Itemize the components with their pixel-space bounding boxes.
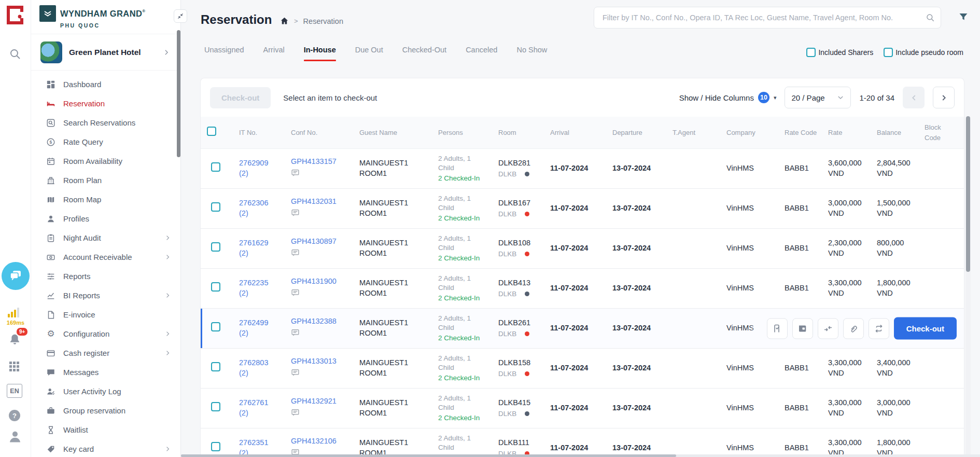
sidebar-item-e-invoice[interactable]: E-invoice <box>31 305 180 324</box>
exchange-icon[interactable] <box>869 318 889 339</box>
search-field-icon[interactable] <box>926 13 935 22</box>
it-no-count-link[interactable]: (2) <box>239 169 285 179</box>
sidebar-item-cash-register[interactable]: Cash register <box>31 343 180 363</box>
note-icon[interactable] <box>291 368 300 377</box>
apps-grid-icon[interactable] <box>9 362 19 371</box>
filter-funnel-icon[interactable] <box>958 12 969 22</box>
it-no-link[interactable]: 2762351 <box>239 438 285 448</box>
notifications-button[interactable]: 9+ <box>8 333 21 346</box>
column-header[interactable]: Conf No. <box>291 128 359 138</box>
it-no-link[interactable]: 2762235 <box>239 278 285 288</box>
included-sharers-toggle[interactable]: Included Sharers <box>806 48 873 57</box>
include-pseudo-room-toggle[interactable]: Include pseudo room <box>884 48 963 57</box>
sidebar-scrollbar[interactable] <box>177 30 180 157</box>
next-page-button[interactable] <box>933 87 955 108</box>
row-checkbox[interactable] <box>211 202 220 212</box>
horizontal-scrollbar-thumb[interactable] <box>181 454 676 457</box>
sidebar-item-room-map[interactable]: Room Map <box>31 190 180 209</box>
column-header[interactable]: Company <box>726 128 785 138</box>
conf-no-link[interactable]: GPH4132031 <box>291 197 353 207</box>
tab-canceled[interactable]: Canceled <box>466 46 497 61</box>
vertical-scrollbar[interactable] <box>965 116 971 457</box>
conf-no-link[interactable]: GPH4133013 <box>291 356 353 367</box>
column-header[interactable]: Rate <box>828 128 877 138</box>
room-move-icon[interactable] <box>818 318 838 339</box>
column-header[interactable]: Balance <box>877 128 925 138</box>
row-checkbox[interactable] <box>211 442 220 451</box>
hotel-selector[interactable]: Green Planet Hotel <box>31 34 180 71</box>
conf-no-link[interactable]: GPH4133157 <box>291 157 353 167</box>
column-header[interactable]: Block Code <box>925 122 964 143</box>
horizontal-scrollbar[interactable] <box>181 454 980 457</box>
note-icon[interactable] <box>291 209 300 217</box>
it-no-count-link[interactable]: (2) <box>239 408 285 419</box>
sidebar-item-user-activity-log[interactable]: User Activity Log <box>31 382 180 401</box>
sidebar-item-group-reservation[interactable]: Group reservation <box>31 401 180 420</box>
column-header[interactable]: Rate Code <box>785 128 828 138</box>
it-no-link[interactable]: 2762499 <box>239 318 285 328</box>
row-checkbox[interactable] <box>211 402 220 411</box>
table-row[interactable]: 2761629 (2) GPH4130897 MAINGUEST1ROOM1 2… <box>201 229 964 269</box>
table-row[interactable]: 2762351 (2) GPH4132106 MAINGUEST1ROOM1 2… <box>201 428 964 457</box>
tab-in-house[interactable]: In-House <box>304 46 336 61</box>
tab-due-out[interactable]: Due Out <box>355 46 383 61</box>
table-row[interactable]: 2762499 (2) GPH4132388 MAINGUEST1ROOM1 2… <box>201 309 964 349</box>
user-avatar-icon[interactable] <box>8 430 22 444</box>
tab-arrival[interactable]: Arrival <box>263 46 285 61</box>
it-no-count-link[interactable]: (2) <box>239 288 285 299</box>
it-no-link[interactable]: 2762761 <box>239 398 285 408</box>
it-no-count-link[interactable]: (2) <box>239 368 285 379</box>
attachment-icon[interactable] <box>843 318 864 339</box>
conf-no-link[interactable]: GPH4131900 <box>291 276 353 287</box>
column-header[interactable]: Persons <box>438 128 498 138</box>
table-row[interactable]: 2762909 (2) GPH4133157 MAINGUEST1ROOM1 2… <box>201 149 964 189</box>
sidebar-item-room-availability[interactable]: Room Availability <box>31 151 180 171</box>
conf-no-link[interactable]: GPH4132388 <box>291 316 353 327</box>
search-input[interactable] <box>594 7 941 29</box>
sidebar-item-room-plan[interactable]: Room Plan <box>31 171 180 190</box>
note-icon[interactable] <box>291 248 300 257</box>
cashier-icon[interactable] <box>792 318 813 339</box>
chat-widget-button[interactable] <box>2 262 30 290</box>
it-no-link[interactable]: 2762803 <box>239 358 285 368</box>
sidebar-item-key-card[interactable]: Key card <box>31 439 180 457</box>
tab-no-show[interactable]: No Show <box>516 46 547 61</box>
sidebar-item-waitlist[interactable]: Waitlist <box>31 420 180 439</box>
row-checkbox[interactable] <box>211 282 220 292</box>
sidebar-item-messages[interactable]: Messages <box>31 363 180 382</box>
column-header[interactable]: Guest Name <box>359 128 438 138</box>
sidebar-item-rate-query[interactable]: $Rate Query <box>31 132 180 151</box>
conf-no-link[interactable]: GPH4130897 <box>291 237 353 247</box>
show-hide-columns-button[interactable]: Show / Hide Columns 10 ▾ <box>679 92 777 103</box>
column-header[interactable]: Room <box>498 128 550 138</box>
language-switcher[interactable]: EN <box>7 384 22 398</box>
page-size-select[interactable]: 20 / Page <box>785 87 851 108</box>
search-icon[interactable] <box>9 48 21 60</box>
help-icon[interactable]: ? <box>9 410 20 421</box>
note-icon[interactable] <box>291 408 300 417</box>
column-header[interactable]: IT No. <box>239 128 291 138</box>
app-logo-icon[interactable] <box>6 5 25 25</box>
include-pseudo-room-checkbox[interactable] <box>884 48 893 57</box>
select-all-checkbox[interactable] <box>207 127 216 136</box>
row-checkbox[interactable] <box>211 362 220 371</box>
note-icon[interactable] <box>291 288 300 297</box>
table-row[interactable]: 2762761 (2) GPH4132921 MAINGUEST1ROOM1 2… <box>201 389 964 428</box>
note-icon[interactable] <box>291 328 300 337</box>
included-sharers-checkbox[interactable] <box>806 48 816 57</box>
sidebar-item-bi-reports[interactable]: BI Reports <box>31 286 180 305</box>
it-no-link[interactable]: 2762306 <box>239 198 285 209</box>
column-header[interactable]: Arrival <box>550 128 612 138</box>
sidebar-item-reservation[interactable]: Reservation <box>31 94 180 113</box>
collapse-sidebar-button[interactable] <box>174 9 187 23</box>
tab-checked-out[interactable]: Checked-Out <box>402 46 446 61</box>
it-no-count-link[interactable]: (2) <box>239 328 285 339</box>
it-no-count-link[interactable]: (2) <box>239 209 285 219</box>
it-no-link[interactable]: 2761629 <box>239 238 285 248</box>
row-checkbox[interactable] <box>211 322 220 331</box>
sidebar-item-search-reservations[interactable]: Search Reservations <box>31 113 180 132</box>
sidebar-item-dashboard[interactable]: Dashboard <box>31 75 180 94</box>
sidebar-item-account-receivable[interactable]: Account Receivable <box>31 247 180 267</box>
column-header[interactable]: Departure <box>612 128 673 138</box>
table-row[interactable]: 2762235 (2) GPH4131900 MAINGUEST1ROOM1 2… <box>201 269 964 309</box>
